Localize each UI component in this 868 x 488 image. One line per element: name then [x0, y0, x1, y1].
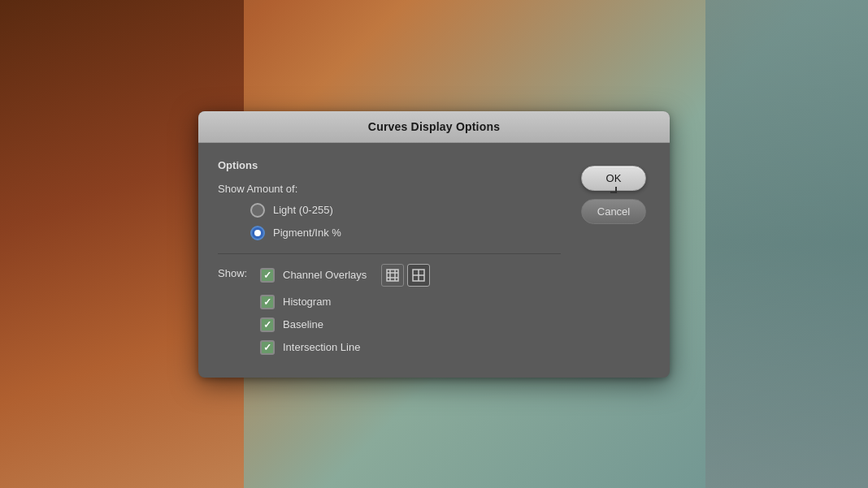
- radio-group: Light (0-255) Pigment/Ink %: [218, 203, 561, 240]
- dialog-right: OK Cancel: [577, 159, 650, 355]
- channel-overlays-label: Channel Overlays: [283, 269, 367, 281]
- show-amount-label: Show Amount of:: [218, 183, 297, 195]
- histogram-label: Histogram: [283, 296, 331, 308]
- dialog-body: Options Show Amount of: Light (0-255) Pi…: [198, 143, 670, 378]
- options-section-label: Options: [218, 159, 561, 171]
- histogram-row: Histogram: [260, 295, 561, 309]
- curves-dialog: Curves Display Options Options Show Amou…: [198, 111, 670, 378]
- svg-rect-4: [387, 270, 398, 281]
- show-section: Show: Channel Overlays: [218, 264, 561, 355]
- title-bar: Curves Display Options: [198, 111, 670, 143]
- dialog-left: Options Show Amount of: Light (0-255) Pi…: [218, 159, 561, 355]
- radio-pigment-button[interactable]: [250, 226, 265, 240]
- intersection-line-row: Intersection Line: [260, 340, 561, 355]
- radio-pigment-label: Pigment/Ink %: [273, 227, 341, 239]
- grid-icons: [381, 264, 430, 287]
- grid-small-icon[interactable]: [381, 264, 404, 287]
- histogram-checkbox[interactable]: [260, 295, 275, 309]
- show-label: Show:: [218, 264, 254, 355]
- checkboxes: Channel Overlays: [260, 264, 561, 355]
- radio-light[interactable]: Light (0-255): [250, 203, 561, 218]
- show-amount-section: Show Amount of: Light (0-255) Pigment/In…: [218, 181, 561, 240]
- grid-large-icon[interactable]: [407, 264, 430, 287]
- dialog-title: Curves Display Options: [368, 120, 500, 133]
- baseline-checkbox[interactable]: [260, 317, 275, 332]
- cancel-button[interactable]: Cancel: [581, 199, 646, 224]
- channel-overlays-row: Channel Overlays: [260, 264, 561, 287]
- radio-pigment[interactable]: Pigment/Ink %: [250, 226, 561, 240]
- channel-overlays-checkbox[interactable]: [260, 268, 275, 283]
- dialog-overlay: Curves Display Options Options Show Amou…: [0, 0, 868, 488]
- divider: [218, 253, 561, 254]
- intersection-line-checkbox[interactable]: [260, 340, 275, 355]
- intersection-line-label: Intersection Line: [283, 341, 360, 353]
- radio-light-button[interactable]: [250, 203, 265, 218]
- ok-button[interactable]: OK: [581, 166, 646, 191]
- radio-light-label: Light (0-255): [273, 204, 333, 216]
- baseline-row: Baseline: [260, 317, 561, 332]
- baseline-label: Baseline: [283, 318, 323, 330]
